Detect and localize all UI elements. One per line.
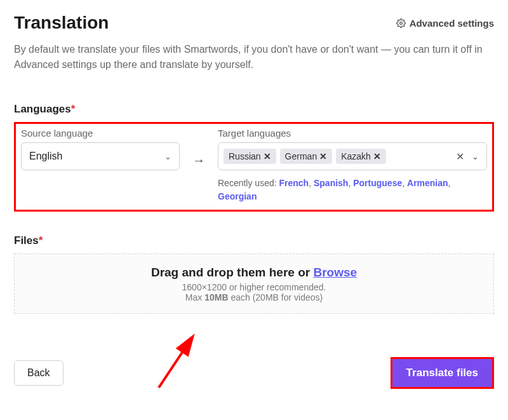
required-star: * [71,103,76,115]
gear-icon [396,18,406,28]
recently-used-list: Recently used: French, Spanish, Portugue… [218,177,487,203]
languages-section-label: Languages* [14,103,494,116]
target-tag: Kazakh✕ [336,149,386,164]
remove-tag-icon[interactable]: ✕ [319,151,327,161]
remove-tag-icon[interactable]: ✕ [373,151,381,161]
recent-language-link[interactable]: Portuguese [353,178,402,188]
languages-panel: Source language English ⌄ → Target langu… [14,122,494,212]
chevron-down-icon: ⌄ [164,152,171,161]
drop-zone-hint: 1600×1200 or higher recommended. [182,282,326,292]
back-button[interactable]: Back [14,360,64,386]
recent-language-link[interactable]: Georgian [218,191,257,201]
svg-point-0 [399,22,402,24]
target-tag: German✕ [280,149,333,164]
source-language-caption: Source language [21,128,180,139]
target-languages-caption: Target languages [218,128,487,139]
clear-all-icon[interactable]: ✕ [456,151,464,163]
target-tag: Russian✕ [224,149,276,164]
source-language-select[interactable]: English ⌄ [21,142,180,170]
recent-language-link[interactable]: Armenian [407,178,448,188]
chevron-down-icon[interactable]: ⌄ [472,152,479,161]
drop-zone-hint: Max 10MB each (20MB for videos) [185,292,323,302]
file-drop-zone[interactable]: Drag and drop them here or Browse 1600×1… [14,254,494,314]
translate-files-button[interactable]: Translate files [392,359,492,387]
drop-zone-title: Drag and drop them here or Browse [151,266,357,280]
browse-link[interactable]: Browse [313,266,357,279]
recent-language-link[interactable]: French [279,178,309,188]
remove-tag-icon[interactable]: ✕ [264,151,271,161]
files-section-label: Files* [14,234,494,247]
page-description: By default we translate your files with … [14,42,494,72]
recent-language-link[interactable]: Spanish [314,178,348,188]
page-title: Translation [14,13,109,33]
target-languages-select[interactable]: Russian✕ German✕ Kazakh✕ ✕ ⌄ [218,142,487,170]
required-star: * [39,234,43,247]
source-language-value: English [29,151,62,162]
advanced-settings-link[interactable]: Advanced settings [396,18,494,29]
advanced-settings-label: Advanced settings [410,18,494,29]
arrow-right-icon: → [180,128,218,168]
